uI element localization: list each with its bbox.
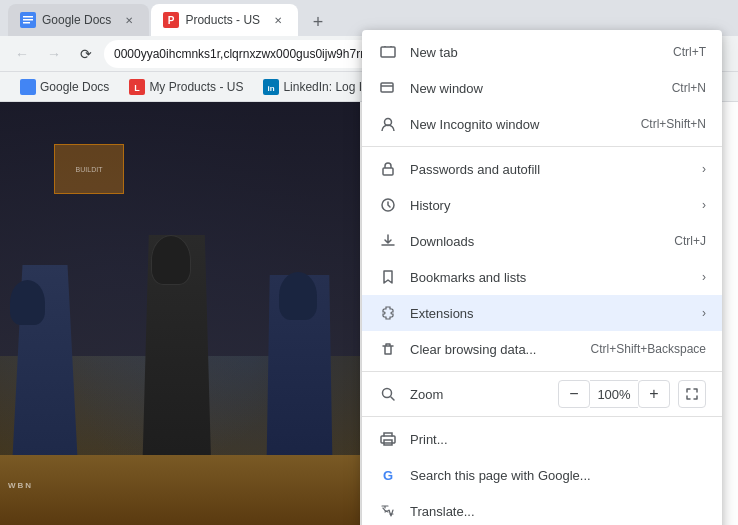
history-arrow: › <box>702 198 706 212</box>
bookmark-my-products-label: My Products - US <box>149 80 243 94</box>
menu-item-new-window[interactable]: New window Ctrl+N <box>362 70 722 106</box>
menu-item-bookmarks[interactable]: Bookmarks and lists › <box>362 259 722 295</box>
new-incognito-icon <box>378 114 398 134</box>
new-tab-shortcut: Ctrl+T <box>673 45 706 59</box>
reload-btn[interactable]: ⟳ <box>72 40 100 68</box>
menu-item-new-tab[interactable]: New tab Ctrl+T <box>362 34 722 70</box>
new-tab-label: New tab <box>410 45 661 60</box>
tab-google-docs-close[interactable]: ✕ <box>121 12 137 28</box>
page-content: BUILDIT WBN <box>0 102 360 525</box>
bookmark-my-products[interactable]: L My Products - US <box>121 77 251 97</box>
passwords-arrow: › <box>702 162 706 176</box>
divider-1 <box>362 146 722 147</box>
extensions-arrow: › <box>702 306 706 320</box>
bookmark-linkedin[interactable]: in LinkedIn: Log In <box>255 77 376 97</box>
my-products-bm-favicon: L <box>129 79 145 95</box>
divider-3 <box>362 416 722 417</box>
svg-text:P: P <box>168 15 175 26</box>
zoom-label: Zoom <box>398 387 558 402</box>
bookmarks-icon <box>378 267 398 287</box>
figure-left-head <box>10 280 45 325</box>
products-us-favicon: P <box>163 12 179 28</box>
downloads-icon <box>378 231 398 251</box>
svg-rect-13 <box>381 47 395 57</box>
zoom-value: 100% <box>590 380 638 408</box>
menu-item-extensions[interactable]: Extensions › <box>362 295 722 331</box>
clear-data-shortcut: Ctrl+Shift+Backspace <box>591 342 706 356</box>
browser-frame: Google Docs ✕ P Products - US ✕ + ← → ⟳ … <box>0 0 738 525</box>
svg-rect-2 <box>23 19 33 21</box>
new-tab-btn[interactable]: + <box>304 8 332 36</box>
google-docs-bm-favicon <box>20 79 36 95</box>
zoom-section: Zoom − 100% + <box>362 376 722 412</box>
divider-2 <box>362 371 722 372</box>
zoom-minus-icon: − <box>569 385 578 403</box>
bookmarks-label: Bookmarks and lists <box>410 270 682 285</box>
svg-rect-14 <box>381 83 393 92</box>
sign-bg: BUILDIT <box>54 144 124 194</box>
bookmark-google-docs-label: Google Docs <box>40 80 109 94</box>
tab-products-us-close[interactable]: ✕ <box>270 12 286 28</box>
svg-rect-3 <box>23 22 30 24</box>
menu-item-translate[interactable]: Translate... <box>362 493 722 525</box>
new-window-label: New window <box>410 81 660 96</box>
new-window-icon <box>378 78 398 98</box>
bookmarks-arrow: › <box>702 270 706 284</box>
court-floor <box>0 455 360 525</box>
clear-data-label: Clear browsing data... <box>410 342 579 357</box>
broadcast-text: WBN <box>8 481 33 490</box>
zoom-plus-btn[interactable]: + <box>638 380 670 408</box>
figure-right-head <box>279 272 317 320</box>
tab-products-us-label: Products - US <box>185 13 260 27</box>
menu-item-new-incognito[interactable]: New Incognito window Ctrl+Shift+N <box>362 106 722 142</box>
passwords-label: Passwords and autofill <box>410 162 682 177</box>
extensions-label: Extensions <box>410 306 682 321</box>
translate-label: Translate... <box>410 504 706 519</box>
zoom-controls: − 100% + <box>558 380 670 408</box>
zoom-plus-icon: + <box>649 385 658 403</box>
downloads-shortcut: Ctrl+J <box>674 234 706 248</box>
back-btn[interactable]: ← <box>8 40 36 68</box>
menu-item-search-google[interactable]: G Search this page with Google... <box>362 457 722 493</box>
svg-text:L: L <box>135 83 141 93</box>
svg-point-18 <box>383 389 392 398</box>
print-icon <box>378 429 398 449</box>
svg-text:in: in <box>268 84 275 93</box>
tab-google-docs-label: Google Docs <box>42 13 111 27</box>
translate-icon <box>378 501 398 521</box>
bookmark-linkedin-label: LinkedIn: Log In <box>283 80 368 94</box>
clear-data-icon <box>378 339 398 359</box>
menu-item-passwords[interactable]: Passwords and autofill › <box>362 151 722 187</box>
passwords-icon <box>378 159 398 179</box>
zoom-icon <box>378 384 398 404</box>
downloads-label: Downloads <box>410 234 662 249</box>
search-google-icon: G <box>378 465 398 485</box>
svg-rect-1 <box>23 16 33 18</box>
svg-rect-16 <box>383 168 393 175</box>
context-menu: New tab Ctrl+T New window Ctrl+N New <box>362 30 722 525</box>
tab-google-docs[interactable]: Google Docs ✕ <box>8 4 149 36</box>
new-incognito-shortcut: Ctrl+Shift+N <box>641 117 706 131</box>
linkedin-bm-favicon: in <box>263 79 279 95</box>
new-tab-icon <box>378 42 398 62</box>
tab-products-us[interactable]: P Products - US ✕ <box>151 4 298 36</box>
menu-item-downloads[interactable]: Downloads Ctrl+J <box>362 223 722 259</box>
forward-btn[interactable]: → <box>40 40 68 68</box>
broadcast-scene: BUILDIT WBN <box>0 102 360 525</box>
menu-item-clear-data[interactable]: Clear browsing data... Ctrl+Shift+Backsp… <box>362 331 722 367</box>
history-icon <box>378 195 398 215</box>
google-docs-favicon <box>20 12 36 28</box>
svg-rect-8 <box>20 79 36 95</box>
zoom-minus-btn[interactable]: − <box>558 380 590 408</box>
new-window-shortcut: Ctrl+N <box>672 81 706 95</box>
menu-item-history[interactable]: History › <box>362 187 722 223</box>
extensions-menu-icon <box>378 303 398 323</box>
menu-item-print[interactable]: Print... <box>362 421 722 457</box>
zoom-fullscreen-btn[interactable] <box>678 380 706 408</box>
search-google-label: Search this page with Google... <box>410 468 706 483</box>
history-label: History <box>410 198 682 213</box>
new-incognito-label: New Incognito window <box>410 117 629 132</box>
bookmark-google-docs[interactable]: Google Docs <box>12 77 117 97</box>
print-label: Print... <box>410 432 706 447</box>
figure-center-head <box>151 235 191 285</box>
